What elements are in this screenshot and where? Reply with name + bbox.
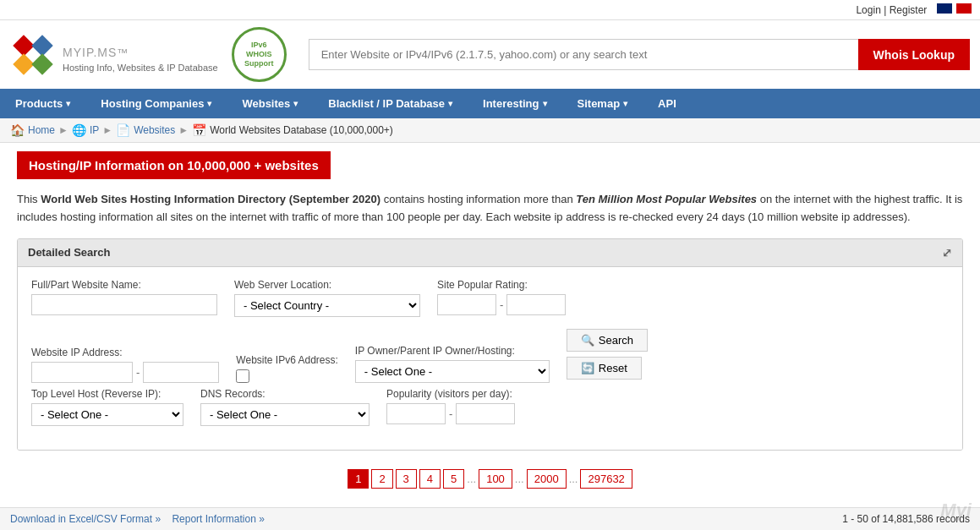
website-name-label: Full/Part Website Name: [31,279,217,291]
nav-interesting[interactable]: Interesting ▾ [468,89,561,118]
bottom-links: Download in Excel/CSV Format » Report In… [10,513,265,525]
ip-owner-select[interactable]: - Select One - [355,360,550,383]
logo-text: MYIP.MS™ Hosting Info, Websites & IP Dat… [63,36,218,73]
nav-sitemap[interactable]: Sitemap ▾ [562,89,643,118]
nav-products[interactable]: Products ▾ [0,89,85,118]
svg-rect-1 [31,35,52,56]
search-button[interactable]: 🔍 Search [567,329,648,352]
flag-ru-icon[interactable] [956,3,972,14]
ip-icon: 🌐 [72,123,86,137]
reset-icon: 🔄 [581,362,594,374]
logo-diamond-icon [10,32,56,78]
page-2000-btn[interactable]: 2000 [527,469,567,489]
ellipsis-2: ... [515,473,524,485]
download-link[interactable]: Download in Excel/CSV Format » [10,513,161,525]
dns-records-group: DNS Records: - Select One - [200,388,370,426]
svg-rect-2 [13,53,34,74]
login-link[interactable]: Login [856,4,880,16]
page-header-bar: Hosting/IP Information on 10,000,000 + w… [0,143,980,179]
popularity-to-input[interactable] [456,403,515,424]
sitemap-arrow-icon: ▾ [623,99,627,108]
brand-subtitle: Hosting Info, Websites & IP Database [63,63,218,73]
page-1-btn[interactable]: 1 [348,469,369,489]
breadcrumb-ip[interactable]: IP [90,124,99,136]
blacklist-arrow-icon: ▾ [448,99,452,108]
site-rating-label: Site Popular Rating: [437,279,566,291]
flag-uk-icon[interactable] [937,3,952,14]
ip-owner-label: IP Owner/Parent IP Owner/Hosting: [355,345,550,357]
register-link[interactable]: Register [890,4,928,16]
content-area: This World Web Sites Hosting Information… [0,179,980,507]
rating-from-input[interactable] [437,294,496,315]
top-level-host-group: Top Level Host (Reverse IP): - Select On… [31,388,183,426]
ellipsis-3: ... [569,473,578,485]
rating-pair: - [437,294,566,315]
ip-address-group: Website IP Address: - [31,347,219,383]
main-search-input[interactable] [309,39,858,70]
top-level-host-label: Top Level Host (Reverse IP): [31,388,183,400]
page-5-btn[interactable]: 5 [443,469,464,489]
description-text: This World Web Sites Hosting Information… [17,191,963,227]
top-level-host-select[interactable]: - Select One - [31,403,183,426]
ellipsis-1: ... [467,473,476,485]
country-select[interactable]: - Select Country - United States Germany… [234,294,420,317]
header-search-area: Whois Lookup [309,39,970,70]
website-name-input[interactable] [31,294,217,315]
rating-to-input[interactable] [506,294,566,315]
watermark: Myi [940,500,972,522]
nav-websites[interactable]: Websites ▾ [227,89,313,118]
site-rating-group: Site Popular Rating: - [437,279,566,317]
popularity-from-input[interactable] [386,403,446,424]
pagination: 1 2 3 4 5 ... 100 ... 2000 ... 297632 [17,462,963,495]
page-3-btn[interactable]: 3 [396,469,417,489]
ip-from-input[interactable] [31,362,133,383]
dns-records-select[interactable]: - Select One - [200,403,370,426]
breadcrumb-current: World Websites Database (10,000,000+) [210,124,393,136]
nav-blacklist[interactable]: Blacklist / IP Database ▾ [313,89,468,118]
website-name-group: Full/Part Website Name: [31,279,217,317]
popularity-pair: - [386,403,515,424]
action-buttons: 🔍 Search 🔄 Reset [567,329,648,383]
brand-name: MYIP.MS™ [63,36,218,63]
search-panel-title: Detailed Search [28,246,111,259]
breadcrumb: 🏠 Home ► 🌐 IP ► 📄 Websites ► 📅 World Web… [0,118,980,143]
page-100-btn[interactable]: 100 [479,469,512,489]
calendar-icon: 📅 [192,123,206,137]
page-2-btn[interactable]: 2 [371,469,392,489]
ipv6-checkbox[interactable] [236,369,249,383]
main-nav: Products ▾ Hosting Companies ▾ Websites … [0,89,980,118]
popularity-group: Popularity (visitors per day): - [386,388,515,426]
home-icon: 🏠 [10,123,25,137]
interesting-arrow-icon: ▾ [543,99,547,108]
ipv6-group: Website IPv6 Address: [236,354,338,383]
ipv6-badge: IPv6 WHOIS Support [232,27,287,82]
ip-address-label: Website IP Address: [31,347,219,358]
nav-hosting-companies[interactable]: Hosting Companies ▾ [85,89,227,118]
ipv6-label: Website IPv6 Address: [236,354,338,366]
dns-records-label: DNS Records: [200,388,370,400]
breadcrumb-home[interactable]: Home [28,124,55,136]
separator: | [884,4,886,16]
hosting-arrow-icon: ▾ [207,99,211,108]
ip-to-input[interactable] [143,362,219,383]
reset-button[interactable]: 🔄 Reset [567,357,642,380]
form-row-2: Website IP Address: - Website IPv6 Addre… [31,329,949,383]
header: MYIP.MS™ Hosting Info, Websites & IP Dat… [0,20,980,89]
expand-icon[interactable]: ⤢ [942,246,952,260]
whois-lookup-button[interactable]: Whois Lookup [858,39,970,70]
page-last-btn[interactable]: 297632 [580,469,632,489]
report-link[interactable]: Report Information » [172,513,264,525]
ip-pair: - [31,362,219,383]
breadcrumb-websites[interactable]: Websites [134,124,175,136]
popularity-label: Popularity (visitors per day): [386,388,515,400]
search-panel-header: Detailed Search ⤢ [18,239,962,267]
logo-area: MYIP.MS™ Hosting Info, Websites & IP Dat… [10,32,218,78]
web-server-location-group: Web Server Location: - Select Country - … [234,279,420,317]
page-4-btn[interactable]: 4 [419,469,441,489]
products-arrow-icon: ▾ [66,99,70,108]
web-server-location-label: Web Server Location: [234,279,420,291]
svg-rect-0 [13,35,34,56]
nav-api[interactable]: API [643,89,692,118]
websites-arrow-icon: ▾ [293,99,298,108]
form-row-1: Full/Part Website Name: Web Server Locat… [31,279,949,317]
